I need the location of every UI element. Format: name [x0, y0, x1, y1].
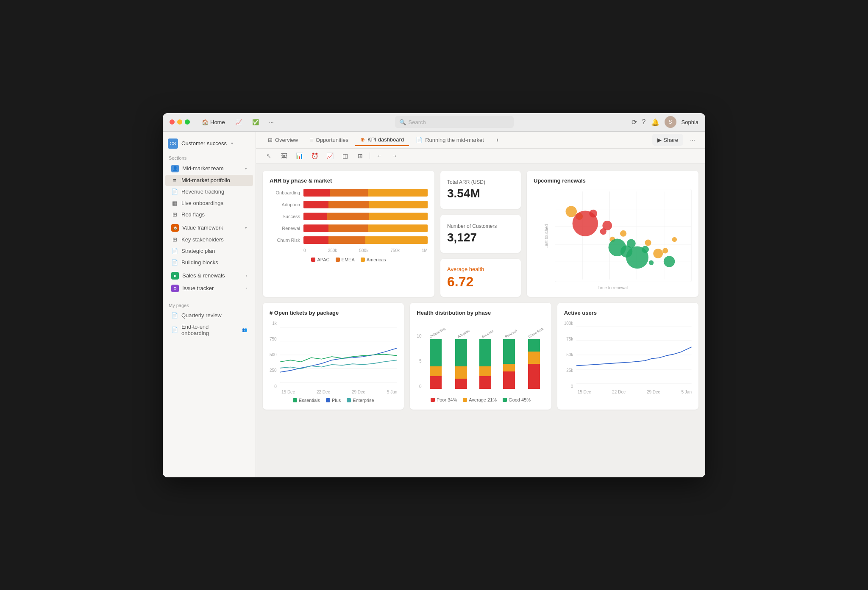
toolbar-divider	[370, 152, 370, 159]
tab-opportunities[interactable]: ≡ Opportunities	[305, 134, 353, 146]
tab-running[interactable]: 📄 Running the mid-market	[411, 134, 489, 146]
arr-by-phase-card: ARR by phase & market Onboarding	[263, 171, 434, 297]
titlebar: 🏠 Home 📈 ✅ ··· 🔍 Search ⟳ ? 🔔 S Sop	[163, 113, 705, 132]
user-name: Sophia	[682, 119, 698, 125]
svg-point-23	[653, 249, 663, 258]
maximize-button[interactable]	[185, 119, 190, 125]
x-axis-label: Time to renewal	[534, 285, 692, 290]
sidebar-item-building-blocks[interactable]: 📄 Building blocks	[165, 257, 253, 268]
titlebar-right: ⟳ ? 🔔 S Sophia	[632, 116, 698, 128]
tickets-legend: Essentials Plus Enterprise	[270, 398, 397, 403]
arr-bar-chart: Onboarding Adoption	[270, 189, 428, 253]
home-nav[interactable]: 🏠 Home	[198, 117, 228, 127]
value-framework-icon: 🏠	[171, 224, 179, 232]
forward-button[interactable]: →	[389, 150, 401, 162]
close-button[interactable]	[170, 119, 175, 125]
sidebar-group-mid-market-team[interactable]: 👤 Mid-market team ▾	[165, 163, 253, 175]
total-arr-value: 3.54M	[447, 187, 514, 200]
bar-label-adoption: Adoption	[270, 202, 300, 207]
sidebar-item-red-flags[interactable]: ⊞ Red flags	[165, 209, 253, 220]
bell-icon[interactable]: 🔔	[651, 118, 659, 126]
avatar[interactable]: S	[665, 116, 676, 128]
sidebar-group-issue-tracker[interactable]: ⚙ Issue tracker ›	[165, 283, 253, 294]
tab-add[interactable]: +	[491, 134, 504, 146]
chart-tool[interactable]: 📊	[293, 150, 305, 162]
more-nav[interactable]: ···	[266, 117, 277, 127]
sections-label: Sections	[163, 152, 256, 162]
num-customers-label: Number of Customers	[447, 223, 514, 229]
sidebar-group-label: Mid-market team	[182, 165, 224, 172]
sidebar: CS Customer success ▾ Sections 👤 Mid-mar…	[163, 132, 256, 477]
svg-point-26	[672, 237, 677, 241]
timer-tool[interactable]: ⏰	[309, 150, 320, 162]
tab-kpi-dashboard[interactable]: ⊕ KPI dashboard	[355, 134, 409, 146]
chevron-icon: ▾	[245, 226, 247, 230]
dashboard-content: ARR by phase & market Onboarding	[256, 164, 705, 477]
search-area: 🔍 Search	[282, 116, 626, 128]
svg-point-11	[589, 209, 597, 217]
workspace-icon: CS	[168, 138, 178, 149]
history-icon[interactable]: ⟳	[632, 118, 637, 126]
more-options-button[interactable]: ···	[687, 134, 698, 146]
sidebar-item-key-stakeholders[interactable]: ⊞ Key stakeholders	[165, 234, 253, 245]
tab-bar: ⊞ Overview ≡ Opportunities ⊕ KPI dashboa…	[256, 132, 705, 149]
search-box[interactable]: 🔍 Search	[395, 116, 514, 128]
help-icon[interactable]: ?	[642, 118, 646, 126]
grid-tool[interactable]: ⊞	[354, 150, 366, 162]
sidebar-item-end-to-end[interactable]: 📄 End-to-end onboarding 👥	[165, 321, 253, 338]
graph-tool[interactable]: 📈	[324, 150, 336, 162]
mid-market-team-icon: 👤	[171, 165, 179, 172]
bubble-chart-wrapper: Last touched	[534, 189, 692, 284]
tab-overview[interactable]: ⊞ Overview	[263, 134, 303, 146]
more-icon: ···	[269, 119, 274, 125]
chevron-icon: ›	[246, 286, 247, 291]
share-label: Share	[663, 137, 678, 143]
health-chart-area: 10 5 0	[417, 321, 544, 389]
sidebar-item-label: Live onboardings	[181, 200, 223, 206]
bar-label-onboarding: Onboarding	[270, 190, 300, 195]
sidebar-item-label: End-to-end onboarding	[181, 324, 237, 336]
open-tickets-card: # Open tickets by package 1k 750 500 250…	[263, 303, 404, 410]
share-button[interactable]: ▶ Share	[652, 134, 683, 146]
sidebar-group-value-framework[interactable]: 🏠 Value framework ▾	[165, 222, 253, 234]
sidebar-item-revenue-tracking[interactable]: 📄 Revenue tracking	[165, 186, 253, 197]
traffic-lights	[170, 119, 190, 125]
svg-point-16	[620, 230, 626, 236]
svg-point-18	[627, 239, 636, 248]
checklist-nav[interactable]: ✅	[249, 117, 262, 127]
arr-card-title: ARR by phase & market	[270, 177, 428, 184]
bar-axis: 0 250k 500k 750k 1M	[270, 248, 428, 253]
my-pages-section: My pages 📄 Quarterly review 📄 End-to-end…	[163, 299, 256, 338]
arr-legend: APAC EMEA Americas	[270, 257, 428, 262]
share-icon: ▶	[657, 137, 662, 143]
upcoming-renewals-card: Upcoming renewals Last touched	[527, 171, 698, 297]
workspace-label: Customer success	[181, 140, 227, 147]
workspace-header[interactable]: CS Customer success ▾	[163, 135, 256, 152]
total-arr-card: Total ARR (USD) 3.54M	[440, 171, 521, 209]
svg-point-8	[566, 206, 577, 217]
chart-nav[interactable]: 📈	[232, 117, 245, 127]
avg-health-value: 6.72	[447, 274, 514, 290]
sidebar-item-strategic-plan[interactable]: 📄 Strategic plan	[165, 246, 253, 257]
sidebar-group-sales-renewals[interactable]: ▶ Sales & renewals ›	[165, 270, 253, 282]
image-tool[interactable]: 🖼	[278, 150, 290, 162]
tab-bar-actions: ▶ Share ···	[652, 134, 698, 146]
opportunities-icon: ≡	[310, 137, 313, 143]
sidebar-item-mid-market-portfolio[interactable]: ≡ Mid-market portfolio	[165, 175, 253, 186]
back-button[interactable]: ←	[373, 150, 385, 162]
doc-icon: 📄	[171, 327, 178, 333]
metrics-stack: Total ARR (USD) 3.54M Number of Customer…	[440, 171, 521, 297]
sidebar-item-quarterly-review[interactable]: 📄 Quarterly review	[165, 310, 253, 321]
tab-label: Running the mid-market	[425, 137, 484, 143]
minimize-button[interactable]	[177, 119, 182, 125]
doc-icon: 📄	[171, 259, 178, 266]
tickets-chart-area: 1k 750 500 250 0	[270, 321, 397, 389]
svg-point-21	[645, 239, 651, 246]
kpi-icon: ⊕	[360, 136, 365, 143]
split-tool[interactable]: ◫	[339, 150, 351, 162]
sidebar-item-live-onboardings[interactable]: ▦ Live onboardings	[165, 198, 253, 209]
list-icon: ≡	[171, 177, 178, 184]
cursor-tool[interactable]: ↖	[263, 150, 275, 162]
doc-icon: 📄	[171, 188, 178, 195]
svg-point-13	[602, 221, 612, 230]
